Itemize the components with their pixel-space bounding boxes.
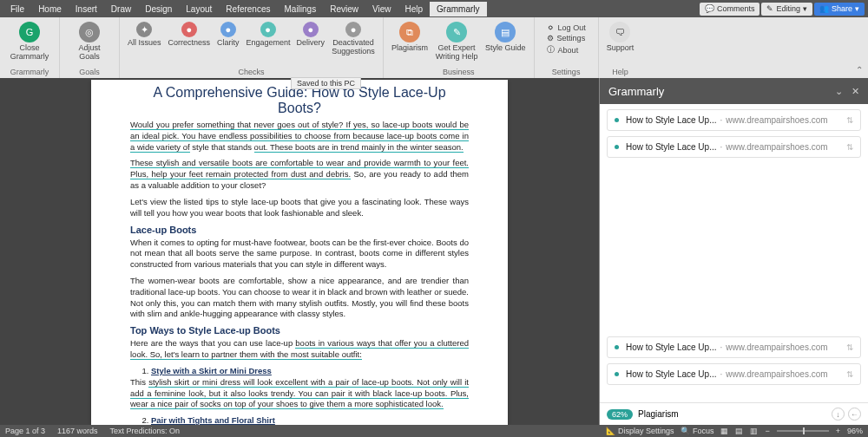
gear-icon: ⚙ bbox=[547, 34, 554, 42]
text-predictions[interactable]: Text Predictions: On bbox=[110, 427, 181, 435]
plagiarism-button[interactable]: ⧉Plagiarism bbox=[389, 20, 431, 55]
expand-icon[interactable]: ⇅ bbox=[846, 369, 853, 379]
group-label: Grammarly bbox=[10, 66, 49, 78]
menu-references[interactable]: References bbox=[219, 2, 277, 16]
expand-icon[interactable]: ⇅ bbox=[846, 342, 853, 352]
group-label: Help bbox=[612, 66, 628, 78]
all-icon: ✦ bbox=[136, 22, 152, 37]
word-count[interactable]: 1167 words bbox=[57, 427, 98, 435]
chevron-down-icon[interactable]: ⌄ bbox=[835, 86, 843, 97]
support-button[interactable]: 🗨Support bbox=[604, 20, 637, 55]
view-web-icon[interactable]: ▥ bbox=[750, 427, 758, 435]
heading: Top Ways to Style Lace-up Boots bbox=[130, 325, 469, 336]
grammarly-panel: Grammarly ⌄ ✕ How to Style Lace Up...·ww… bbox=[599, 78, 868, 425]
flagged-text[interactable]: out. These boots are in trend mainly in … bbox=[254, 142, 464, 153]
deactivated-icon: ● bbox=[345, 22, 361, 37]
zoom-in-button[interactable]: + bbox=[836, 427, 840, 435]
body-text: The women-wear boots are comfortable, sh… bbox=[130, 276, 469, 320]
back-button[interactable]: ← bbox=[848, 408, 861, 421]
expand-icon[interactable]: ⇅ bbox=[846, 142, 853, 152]
flagged-text[interactable]: stylish skirt or mini dress will look ex… bbox=[130, 377, 469, 410]
group-label: Checks bbox=[239, 66, 265, 78]
group-label: Settings bbox=[552, 66, 581, 78]
expert-help-button[interactable]: ✎Get Expert Writing Help bbox=[432, 20, 481, 63]
dot-icon bbox=[615, 145, 619, 149]
saved-toast: Saved to this PC bbox=[291, 77, 361, 89]
zoom-slider[interactable] bbox=[777, 430, 829, 432]
correctness-button[interactable]: ●Correctness bbox=[166, 20, 214, 49]
menu-draw[interactable]: Draw bbox=[104, 2, 138, 16]
page-title: A Comprehensive Guide: How to Style Lace… bbox=[130, 85, 469, 116]
close-grammarly-button[interactable]: GClose Grammarly bbox=[5, 20, 54, 63]
collapse-ribbon-button[interactable]: ⌃ bbox=[856, 65, 863, 75]
panel-title: Grammarly bbox=[608, 85, 664, 98]
zoom-level[interactable]: 96% bbox=[847, 427, 863, 435]
zoom-out-button[interactable]: − bbox=[765, 427, 769, 435]
logout-button[interactable]: ⭘Log Out bbox=[547, 23, 586, 32]
plagiarism-result[interactable]: How to Style Lace Up...·www.dreampairsho… bbox=[607, 336, 861, 358]
plagiarism-percent: 62% bbox=[607, 409, 633, 420]
all-issues-button[interactable]: ✦All Issues bbox=[125, 20, 164, 49]
document-canvas[interactable]: A Comprehensive Guide: How to Style Lace… bbox=[0, 78, 599, 425]
view-read-icon[interactable]: ▦ bbox=[720, 427, 728, 435]
display-settings-button[interactable]: 📐 Display Settings bbox=[606, 427, 674, 435]
menu-file[interactable]: File bbox=[3, 2, 31, 16]
logout-icon: ⭘ bbox=[547, 23, 555, 32]
group-label: Goals bbox=[79, 66, 100, 78]
about-button[interactable]: ⓘAbout bbox=[547, 44, 586, 55]
page[interactable]: A Comprehensive Guide: How to Style Lace… bbox=[91, 80, 508, 425]
menu-insert[interactable]: Insert bbox=[69, 2, 104, 16]
grammarly-icon: G bbox=[19, 22, 40, 42]
list-item: Pair with Tights and Floral Shirt bbox=[151, 415, 469, 425]
view-print-icon[interactable]: ▤ bbox=[735, 427, 743, 435]
plagiarism-label: Plagiarism bbox=[638, 409, 679, 419]
menu-review[interactable]: Review bbox=[323, 2, 365, 16]
list-item: Style with a Skirt or Mini Dress bbox=[151, 366, 469, 375]
focus-button[interactable]: 🔍 Focus bbox=[681, 427, 713, 435]
menu-layout[interactable]: Layout bbox=[179, 2, 219, 16]
menu-design[interactable]: Design bbox=[138, 2, 179, 16]
plagiarism-icon: ⧉ bbox=[399, 22, 420, 42]
expert-icon: ✎ bbox=[446, 22, 467, 42]
heading: Lace-up Boots bbox=[130, 225, 469, 235]
info-icon: ⓘ bbox=[547, 44, 555, 55]
dot-icon bbox=[615, 345, 619, 349]
plagiarism-result[interactable]: How to Style Lace Up...·www.dreampairsho… bbox=[607, 363, 861, 385]
group-label: Business bbox=[443, 66, 475, 78]
menu-view[interactable]: View bbox=[365, 2, 398, 16]
settings-button[interactable]: ⚙Settings bbox=[547, 34, 586, 42]
editing-button[interactable]: ✎ Editing ▾ bbox=[761, 3, 812, 16]
correctness-icon: ● bbox=[181, 22, 197, 37]
adjust-goals-button[interactable]: ◎Adjust Goals bbox=[65, 20, 114, 63]
clarity-icon: ● bbox=[220, 22, 236, 37]
menu-mailings[interactable]: Mailings bbox=[277, 2, 323, 16]
dot-icon bbox=[615, 118, 619, 122]
menu-home[interactable]: Home bbox=[31, 2, 69, 16]
deactivated-button[interactable]: ●Deactivated Suggestions bbox=[329, 20, 378, 58]
style-guide-icon: ▤ bbox=[495, 22, 516, 42]
delivery-icon: ● bbox=[303, 22, 319, 37]
plagiarism-result[interactable]: How to Style Lace Up...·www.dreampairsho… bbox=[607, 136, 861, 158]
menu-grammarly[interactable]: Grammarly bbox=[430, 2, 486, 16]
support-icon: 🗨 bbox=[609, 22, 630, 42]
share-button[interactable]: 👥 Share ▾ bbox=[814, 3, 865, 16]
comments-button[interactable]: 💬 Comments bbox=[700, 3, 760, 16]
scroll-down-button[interactable]: ↓ bbox=[832, 408, 845, 421]
close-icon[interactable]: ✕ bbox=[852, 86, 859, 97]
expand-icon[interactable]: ⇅ bbox=[846, 115, 853, 125]
dot-icon bbox=[615, 372, 619, 376]
delivery-button[interactable]: ●Delivery bbox=[294, 20, 328, 49]
style-guide-button[interactable]: ▤Style Guide bbox=[483, 20, 529, 55]
body-text: When it comes to opting for must-have fo… bbox=[130, 238, 469, 271]
plagiarism-result[interactable]: How to Style Lace Up...·www.dreampairsho… bbox=[607, 109, 861, 131]
body-text: Let's view the listed tips to style lace… bbox=[130, 197, 469, 219]
engagement-button[interactable]: ●Engagement bbox=[244, 20, 293, 49]
target-icon: ◎ bbox=[79, 22, 100, 42]
page-indicator[interactable]: Page 1 of 3 bbox=[5, 427, 45, 435]
engagement-icon: ● bbox=[260, 22, 276, 37]
menu-help[interactable]: Help bbox=[398, 2, 430, 16]
clarity-button[interactable]: ●Clarity bbox=[214, 20, 242, 49]
